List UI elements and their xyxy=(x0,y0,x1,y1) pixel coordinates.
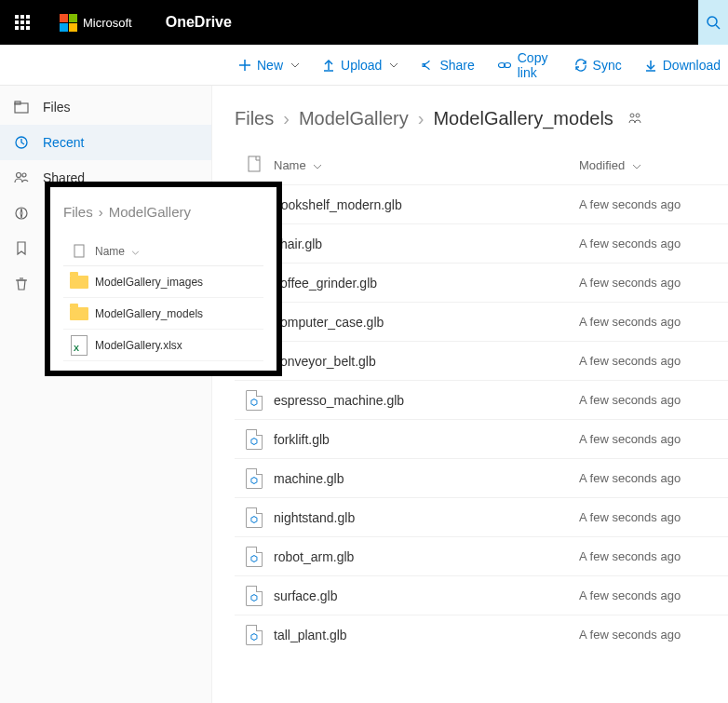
column-header-type[interactable] xyxy=(235,155,274,175)
svg-point-20 xyxy=(636,114,640,117)
file-modified: A few seconds ago xyxy=(579,393,728,407)
file-icon: ⬡ xyxy=(235,507,274,528)
item-name: ModelGallery_models xyxy=(95,307,203,320)
item-name: ModelGallery.xlsx xyxy=(95,339,182,352)
sidebar-item-label: Files xyxy=(43,100,71,115)
folder-icon xyxy=(13,99,30,115)
folder-icon xyxy=(70,307,88,320)
file-modified: A few seconds ago xyxy=(579,471,728,485)
file-name[interactable]: bookshelf_modern.glb xyxy=(274,197,579,212)
upload-label: Upload xyxy=(341,58,382,73)
recycle-bin-icon xyxy=(13,276,30,292)
microsoft-logo: Microsoft xyxy=(60,14,132,32)
people-icon xyxy=(13,169,30,186)
file-name[interactable]: tall_plant.glb xyxy=(274,628,579,642)
file-icon: ⬡ xyxy=(235,625,274,645)
svg-point-0 xyxy=(708,17,717,26)
chevron-down-icon xyxy=(313,164,322,169)
copy-link-button[interactable]: Copy link xyxy=(490,45,559,86)
file-row[interactable]: ⬡nightstand.glbA few seconds ago xyxy=(235,497,728,536)
download-button[interactable]: Download xyxy=(637,52,728,78)
column-header-name[interactable]: Name xyxy=(274,158,579,172)
chevron-down-icon xyxy=(290,62,300,68)
file-row[interactable]: ⬡chair.glbA few seconds ago xyxy=(235,223,728,263)
file-modified: A few seconds ago xyxy=(579,432,728,446)
breadcrumb-root[interactable]: Files xyxy=(235,108,274,129)
excel-file-icon xyxy=(71,335,88,356)
column-header-name[interactable]: Name xyxy=(95,245,140,258)
breadcrumb-current: ModelGallery_models xyxy=(433,108,613,129)
file-row[interactable]: ⬡espresso_machine.glbA few seconds ago xyxy=(235,380,728,419)
list-item[interactable]: ModelGallery_models xyxy=(63,298,263,330)
inset-preview: Files › ModelGallery Name ModelGallery_i… xyxy=(45,182,282,376)
search-icon xyxy=(706,15,721,30)
main-content: Files › ModelGallery › ModelGallery_mode… xyxy=(212,86,728,703)
microsoft-label: Microsoft xyxy=(83,16,132,30)
file-name[interactable]: forklift.glb xyxy=(274,432,579,447)
command-bar: New Upload Share Copy link Sync Download xyxy=(0,45,728,86)
column-header-type[interactable] xyxy=(63,244,95,258)
list-item[interactable]: ModelGallery.xlsx xyxy=(63,330,263,361)
file-name[interactable]: machine.glb xyxy=(274,471,579,486)
chevron-down-icon xyxy=(632,164,641,169)
ms-logo-icon xyxy=(60,14,77,32)
file-icon: ⬡ xyxy=(235,390,274,411)
breadcrumb-segment[interactable]: ModelGallery xyxy=(299,108,409,129)
file-type-icon xyxy=(74,244,85,258)
file-name[interactable]: espresso_machine.glb xyxy=(274,393,579,408)
waffle-icon xyxy=(15,15,30,30)
file-row[interactable]: ⬡bookshelf_modern.glbA few seconds ago xyxy=(235,184,728,223)
sidebar-item-files[interactable]: Files xyxy=(0,89,211,125)
svg-point-14 xyxy=(17,173,21,178)
sidebar-item-label: Recent xyxy=(43,135,84,150)
sync-label: Sync xyxy=(593,58,622,73)
chevron-down-icon xyxy=(131,250,140,255)
new-button[interactable]: New xyxy=(231,52,307,78)
file-row[interactable]: ⬡conveyor_belt.glbA few seconds ago xyxy=(235,341,728,380)
file-row[interactable]: ⬡machine.glbA few seconds ago xyxy=(235,458,728,497)
suite-header: Microsoft OneDrive xyxy=(0,0,728,45)
upload-icon xyxy=(322,59,335,72)
sidebar: Files Recent Shared xyxy=(0,86,212,703)
sync-button[interactable]: Sync xyxy=(567,52,629,78)
search-button[interactable] xyxy=(698,0,728,45)
download-label: Download xyxy=(663,58,721,73)
file-row[interactable]: ⬡tall_plant.glbA few seconds ago xyxy=(235,615,728,654)
file-modified: A few seconds ago xyxy=(579,197,728,211)
file-modified: A few seconds ago xyxy=(579,588,728,602)
file-name[interactable]: nightstand.glb xyxy=(274,510,579,525)
file-name[interactable]: conveyor_belt.glb xyxy=(274,354,579,369)
app-launcher[interactable] xyxy=(7,7,37,37)
inset-breadcrumb: Files › ModelGallery xyxy=(63,204,263,220)
shared-indicator-icon[interactable] xyxy=(628,108,641,129)
upload-button[interactable]: Upload xyxy=(315,52,406,78)
copy-link-label: Copy link xyxy=(518,50,552,80)
svg-line-1 xyxy=(716,25,720,29)
column-header-modified[interactable]: Modified xyxy=(579,158,728,172)
app-name[interactable]: OneDrive xyxy=(166,14,232,31)
file-row[interactable]: ⬡coffee_grinder.glbA few seconds ago xyxy=(235,263,728,302)
file-name[interactable]: computer_case.glb xyxy=(274,315,579,330)
clock-icon xyxy=(13,134,30,151)
sidebar-item-recent[interactable]: Recent xyxy=(0,125,211,160)
file-row[interactable]: ⬡computer_case.glbA few seconds ago xyxy=(235,302,728,341)
file-name[interactable]: coffee_grinder.glb xyxy=(274,276,579,291)
svg-point-19 xyxy=(630,114,634,117)
plus-icon xyxy=(238,59,251,72)
file-row[interactable]: ⬡surface.glbA few seconds ago xyxy=(235,575,728,615)
file-name[interactable]: chair.glb xyxy=(274,237,579,251)
list-item[interactable]: ModelGallery_images xyxy=(63,266,263,298)
file-icon: ⬡ xyxy=(235,586,274,606)
inset-file-list: ModelGallery_imagesModelGallery_modelsMo… xyxy=(63,266,263,361)
file-modified: A few seconds ago xyxy=(579,354,728,368)
file-row[interactable]: ⬡forklift.glbA few seconds ago xyxy=(235,419,728,458)
breadcrumb-root[interactable]: Files xyxy=(63,204,93,220)
file-icon: ⬡ xyxy=(235,547,274,567)
file-name[interactable]: surface.glb xyxy=(274,588,579,603)
svg-point-15 xyxy=(22,173,26,177)
file-name[interactable]: robot_arm.glb xyxy=(274,549,579,564)
share-button[interactable]: Share xyxy=(413,52,481,78)
breadcrumb: Files › ModelGallery › ModelGallery_mode… xyxy=(235,108,728,129)
file-row[interactable]: ⬡robot_arm.glbA few seconds ago xyxy=(235,536,728,575)
chevron-right-icon: › xyxy=(418,108,425,129)
